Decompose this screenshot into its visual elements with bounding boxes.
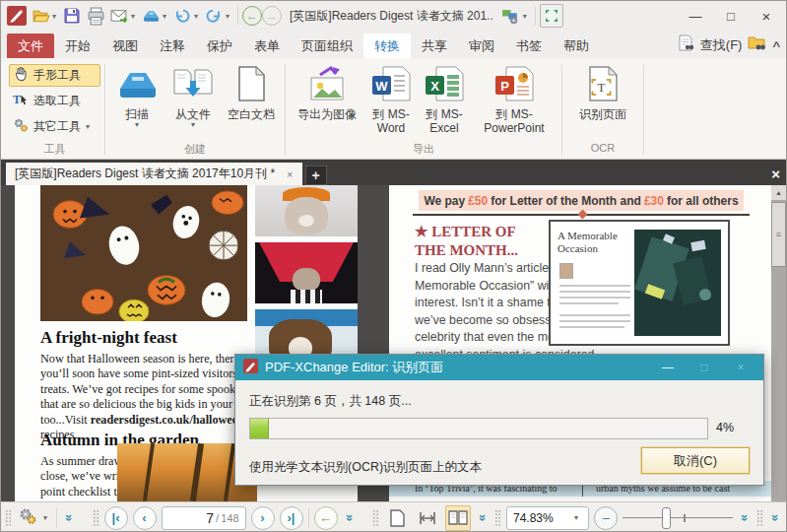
last-page-button[interactable] — [280, 506, 303, 530]
search-folder-icon[interactable] — [748, 34, 766, 55]
expand-toolbar-icon[interactable] — [738, 511, 753, 525]
previous-page-button[interactable] — [133, 506, 157, 530]
tab-home[interactable]: 开始 — [54, 33, 101, 58]
tab-form[interactable]: 表单 — [243, 33, 291, 58]
export-image-button[interactable]: 导出为图像 — [291, 62, 363, 122]
open-dropdown-icon[interactable]: ▾ — [52, 12, 60, 21]
expand-toolbar-icon[interactable] — [476, 511, 491, 525]
divider — [237, 7, 238, 25]
open-file-button[interactable] — [29, 4, 52, 28]
collapse-ribbon-icon[interactable] — [772, 36, 780, 54]
document-viewport[interactable]: A fright-night feast Now that Halloween … — [1, 185, 786, 501]
redo-button[interactable] — [202, 4, 226, 28]
page-number-input[interactable]: 7 / 148 — [162, 506, 246, 530]
vertical-scrollbar[interactable]: ≡ — [771, 185, 786, 501]
ocr-info-text: 使用光学文本识别(OCR)识别页面上的文本 — [249, 459, 482, 476]
select-tool-button[interactable]: T 选取工具 — [9, 90, 100, 112]
first-page-button[interactable] — [104, 506, 128, 530]
tab-comment[interactable]: 注释 — [149, 33, 196, 58]
scan-ribbon-button[interactable]: 扫描 ▾ — [110, 62, 164, 128]
close-button[interactable]: × — [749, 3, 784, 29]
expand-toolbar-icon[interactable] — [342, 511, 357, 525]
history-forward-icon[interactable]: → — [262, 6, 282, 26]
tab-organize[interactable]: 页面组织 — [291, 33, 363, 58]
toolbar-grip[interactable] — [494, 509, 501, 527]
maximize-button[interactable]: □ — [713, 3, 749, 29]
ribbon-group-tools: 手形工具 T 选取工具 其它工具 ▾ — [5, 62, 104, 159]
dialog-title-bar[interactable]: PDF-XChange Editor: 识别页面 — □ × — [235, 355, 763, 380]
scan-button[interactable] — [139, 4, 163, 28]
find-icon[interactable] — [678, 34, 694, 55]
tab-view[interactable]: 视图 — [101, 33, 149, 58]
undo-dropdown-icon[interactable]: ▾ — [194, 12, 202, 21]
fit-page-button[interactable] — [415, 505, 440, 531]
from-file-dropdown-icon: ▾ — [191, 122, 195, 128]
scrollbar-up-button[interactable] — [771, 185, 786, 200]
zoom-out-button[interactable] — [594, 506, 618, 530]
divider — [535, 7, 536, 25]
inset-text-line — [559, 326, 624, 328]
to-powerpoint-button[interactable]: P 到 MS-PowerPoint — [472, 62, 557, 136]
dialog-minimize-button[interactable]: — — [653, 361, 683, 374]
dialog-close-button: × — [726, 361, 755, 374]
two-page-view-button[interactable] — [445, 505, 471, 531]
settings-dropdown-icon[interactable]: ▾ — [43, 513, 51, 522]
tab-close-icon[interactable]: × — [287, 168, 293, 180]
scrollbar-thumb[interactable]: ≡ — [771, 202, 786, 267]
tab-bookmarks[interactable]: 书签 — [505, 33, 553, 58]
document-tab[interactable]: [英国版]Readers Digest 读者文摘 2017年10月刊 * × — [6, 163, 302, 185]
settings-gears-icon[interactable] — [17, 506, 38, 530]
to-word-button[interactable]: W 到 MS-Word — [365, 62, 417, 136]
save-button[interactable] — [60, 4, 84, 28]
session-manager-icon[interactable] — [499, 4, 523, 28]
next-page-button[interactable] — [251, 506, 275, 530]
cancel-button[interactable]: 取消(C) — [641, 447, 750, 474]
toolbar-grip[interactable] — [5, 509, 12, 527]
powerpoint-icon: P — [493, 65, 535, 106]
blank-document-button[interactable]: 空白文档 — [223, 62, 280, 122]
tab-protect[interactable]: 保护 — [196, 33, 243, 58]
find-label[interactable]: 查找(F) — [700, 36, 743, 54]
to-excel-button[interactable]: X 到 MS-Excel — [419, 62, 470, 136]
session-dropdown-icon[interactable]: ▾ — [523, 12, 531, 21]
redo-dropdown-icon[interactable]: ▾ — [226, 12, 233, 21]
tab-convert[interactable]: 转换 — [363, 33, 411, 58]
select-tool-icon: T — [13, 92, 29, 111]
zoom-level-select[interactable]: 74.83% ▾ — [506, 506, 589, 530]
minimize-button[interactable]: — — [678, 3, 713, 29]
email-dropdown-icon[interactable]: ▾ — [131, 12, 139, 21]
tab-share[interactable]: 共享 — [411, 33, 458, 58]
single-page-view-button[interactable] — [384, 505, 410, 531]
new-tab-button[interactable]: + — [305, 166, 327, 185]
scan-dropdown-icon[interactable]: ▾ — [163, 12, 170, 21]
from-file-button[interactable]: 从文件 ▾ — [165, 62, 221, 128]
tab-review[interactable]: 审阅 — [458, 33, 505, 58]
ocr-pages-button[interactable]: T 识别页面 — [567, 62, 638, 122]
inset-text-line — [559, 285, 630, 287]
toolbar-grip[interactable] — [372, 509, 379, 527]
print-button[interactable] — [84, 4, 107, 28]
undo-button[interactable] — [170, 4, 194, 28]
zoom-slider[interactable] — [623, 506, 733, 530]
toolbar-grip[interactable] — [93, 509, 99, 527]
history-back-icon[interactable]: ← — [242, 6, 262, 26]
window-title: [英国版]Readers Digest 读者文摘 201.. — [290, 8, 493, 25]
current-page: 7 — [206, 510, 214, 526]
previous-view-button[interactable] — [314, 506, 338, 530]
other-tools-button[interactable]: 其它工具 ▾ — [9, 115, 100, 138]
tab-file[interactable]: 文件 — [7, 33, 54, 58]
expand-toolbar-icon[interactable] — [768, 511, 783, 525]
svg-text:W: W — [375, 79, 388, 94]
title-bar: ▾ ▾ ▾ ▾ ▾ ← → [英国版]Readers Digest 读者文摘 2… — [1, 1, 786, 31]
expand-toolbar-icon[interactable] — [62, 511, 77, 525]
toolbar-grip[interactable] — [756, 509, 763, 527]
fullscreen-icon[interactable] — [540, 4, 563, 28]
divider-diamond — [578, 210, 588, 220]
divider — [308, 508, 309, 528]
close-document-icon[interactable]: × — [771, 166, 780, 182]
email-button[interactable] — [107, 4, 131, 28]
group-label-tools: 工具 — [9, 142, 100, 159]
zoom-slider-handle[interactable] — [662, 507, 671, 529]
hand-tool-button[interactable]: 手形工具 — [9, 64, 100, 87]
tab-help[interactable]: 帮助 — [553, 33, 600, 58]
